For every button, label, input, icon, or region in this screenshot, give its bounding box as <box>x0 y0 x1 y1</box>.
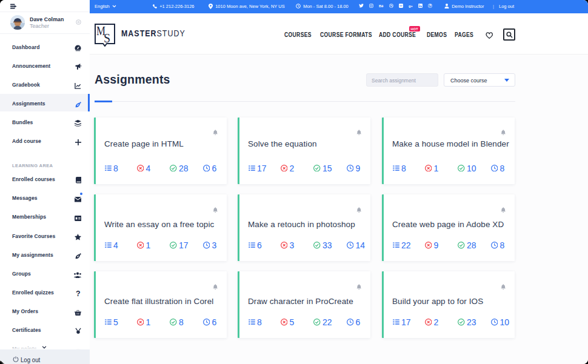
svg-text:?: ? <box>76 290 81 297</box>
svg-text:S: S <box>104 31 110 45</box>
svg-text:Bē: Bē <box>379 4 384 8</box>
svg-text:g+: g+ <box>409 4 413 8</box>
